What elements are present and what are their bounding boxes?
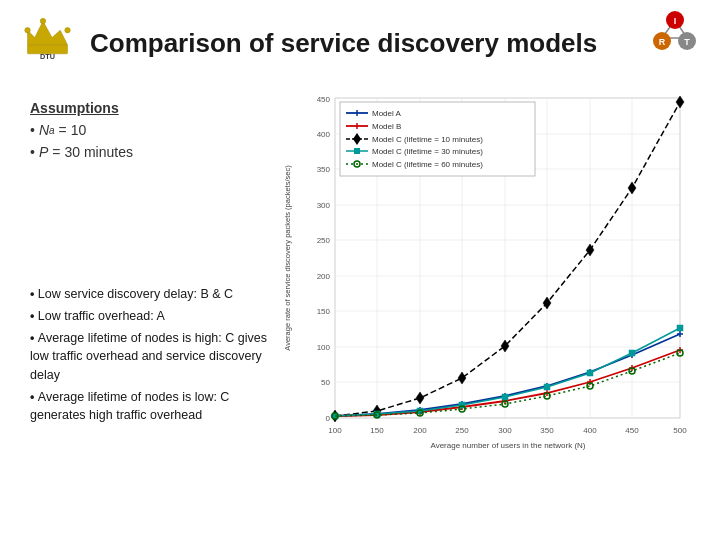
svg-text:400: 400 (317, 130, 331, 139)
bullet-3: Average lifetime of nodes is high: C giv… (30, 329, 285, 383)
bullet-1: Low service discovery delay: B & C (30, 285, 285, 303)
svg-text:450: 450 (317, 95, 331, 104)
svg-text:0: 0 (326, 414, 331, 423)
svg-text:I: I (674, 16, 677, 26)
network-diagram: I R T (620, 8, 700, 63)
svg-text:300: 300 (498, 426, 512, 435)
slide-title: Comparison of service discovery models (90, 28, 597, 59)
svg-text:Model C (lifetime = 30 minutes: Model C (lifetime = 30 minutes) (372, 147, 483, 156)
formula-na: • Na = 10 (30, 122, 250, 138)
svg-text:150: 150 (317, 307, 331, 316)
svg-point-3 (40, 18, 45, 23)
x-axis-label: Average number of users in the network (… (430, 441, 585, 450)
bullet-4: Average lifetime of nodes is low: C gene… (30, 388, 285, 424)
svg-text:450: 450 (625, 426, 639, 435)
logo-area: DTU (20, 12, 80, 67)
bullet-points: Low service discovery delay: B & C Low t… (30, 285, 285, 428)
svg-text:500: 500 (673, 426, 687, 435)
svg-rect-104 (544, 384, 550, 390)
bullet-2: Low traffic overhead: A (30, 307, 285, 325)
svg-point-2 (25, 27, 30, 32)
svg-text:300: 300 (317, 201, 331, 210)
svg-point-4 (65, 27, 70, 32)
svg-rect-107 (677, 325, 683, 331)
svg-text:250: 250 (455, 426, 469, 435)
svg-text:350: 350 (317, 165, 331, 174)
svg-text:100: 100 (317, 343, 331, 352)
chart-svg: 0 50 100 150 200 250 300 350 400 450 100… (280, 88, 695, 468)
svg-text:Model A: Model A (372, 109, 402, 118)
svg-text:50: 50 (321, 378, 330, 387)
svg-text:T: T (684, 37, 690, 47)
formula-p: • P = 30 minutes (30, 144, 250, 160)
assumptions-box: Assumptions • Na = 10 • P = 30 minutes (30, 100, 250, 166)
svg-text:100: 100 (328, 426, 342, 435)
svg-text:Model B: Model B (372, 122, 401, 131)
svg-rect-130 (354, 148, 360, 154)
svg-text:Model C (lifetime = 60 minutes: Model C (lifetime = 60 minutes) (372, 160, 483, 169)
svg-rect-105 (587, 370, 593, 376)
svg-text:250: 250 (317, 236, 331, 245)
svg-text:200: 200 (317, 272, 331, 281)
slide: DTU I R T Comparison of service discover… (0, 0, 720, 540)
svg-text:350: 350 (540, 426, 554, 435)
svg-rect-103 (502, 394, 508, 400)
svg-text:400: 400 (583, 426, 597, 435)
svg-text:DTU: DTU (40, 52, 55, 61)
svg-marker-1 (28, 21, 68, 45)
crown-icon: DTU (20, 12, 75, 62)
assumptions-title: Assumptions (30, 100, 250, 116)
svg-text:150: 150 (370, 426, 384, 435)
svg-text:R: R (659, 37, 666, 47)
svg-rect-106 (629, 350, 635, 356)
chart-container: 0 50 100 150 200 250 300 350 400 450 100… (280, 88, 695, 468)
svg-text:Model C (lifetime = 10 minutes: Model C (lifetime = 10 minutes) (372, 135, 483, 144)
svg-text:200: 200 (413, 426, 427, 435)
y-axis-label: Average rate of service discovery packet… (283, 165, 292, 351)
